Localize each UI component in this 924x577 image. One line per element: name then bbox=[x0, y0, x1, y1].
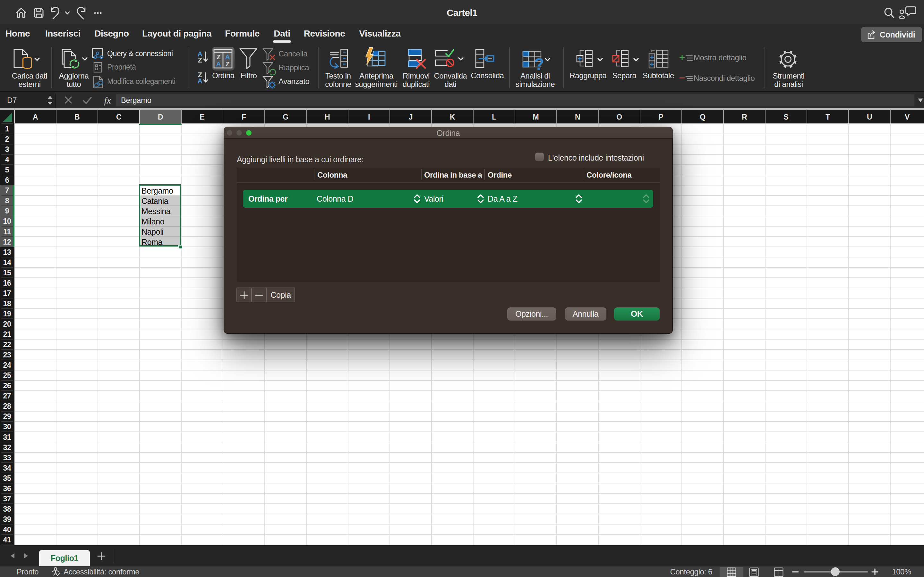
svg-text:Z: Z bbox=[198, 56, 202, 63]
svg-text:A: A bbox=[216, 60, 221, 68]
svg-text:?: ? bbox=[534, 55, 544, 73]
svg-text:Z: Z bbox=[216, 53, 221, 61]
svg-text:A: A bbox=[225, 53, 230, 61]
svg-text:A: A bbox=[197, 77, 202, 84]
svg-text:Z: Z bbox=[226, 60, 230, 68]
